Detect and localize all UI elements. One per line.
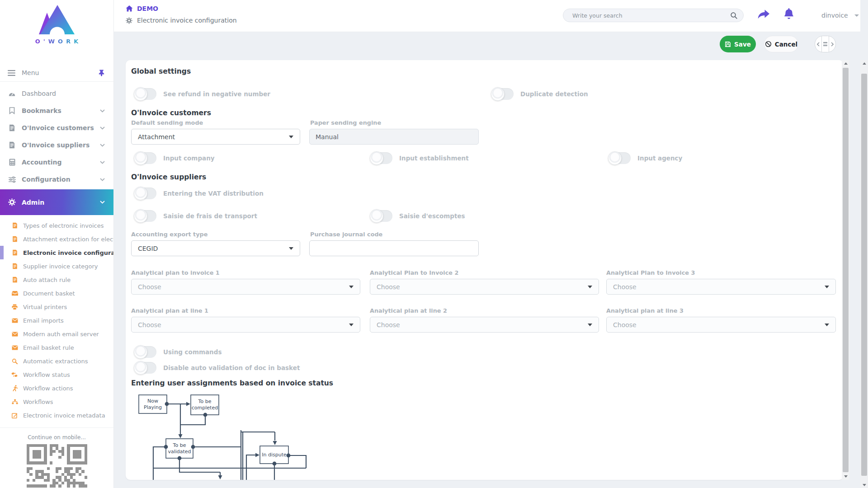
submenu-item-supplier-invoice-category[interactable]: Supplier invoice category xyxy=(0,259,113,273)
using-commands-toggle[interactable] xyxy=(135,346,156,358)
workflow-node-now-playing[interactable]: Now Playing xyxy=(139,395,167,413)
scroll-up-arrow[interactable] xyxy=(863,62,866,65)
sidebar-item-admin[interactable]: Admin xyxy=(0,189,113,215)
submenu-item-email-basket-rule[interactable]: Email basket rule xyxy=(0,341,113,354)
submenu-item-electronic-invoice-configuration[interactable]: Electronic invoice configuration xyxy=(0,246,113,259)
sidebar-item-oinvoice-customers[interactable]: O'Invoice customers xyxy=(0,119,113,136)
submenu-item-email-imports[interactable]: Email imports xyxy=(0,314,113,327)
config-form-card: Global settings See refund in negative n… xyxy=(126,60,844,480)
save-button[interactable]: Save xyxy=(720,36,756,52)
pager-list-icon[interactable] xyxy=(821,36,829,52)
sidebar-item-configuration[interactable]: Configuration xyxy=(0,171,113,188)
card-scrollbar[interactable] xyxy=(842,60,849,480)
toggle-knob xyxy=(370,151,383,165)
workflow-node-in-dispute[interactable]: In dispute xyxy=(260,446,288,464)
user-name: dinvoice xyxy=(821,12,848,19)
sidebar-item-accounting[interactable]: Accounting xyxy=(0,154,113,171)
toggle-knob xyxy=(134,209,147,223)
toggle-label: Input agency xyxy=(637,155,682,162)
sidebar-item-dashboard[interactable]: Dashboard xyxy=(0,85,113,102)
purchase-journal-code-input[interactable] xyxy=(309,240,479,256)
pager-prev-icon[interactable] xyxy=(815,36,821,52)
magnifier-icon xyxy=(11,358,18,364)
default-sending-mode-select[interactable]: Attachment xyxy=(131,129,300,145)
calculator-icon xyxy=(8,159,16,166)
submenu-item-types-of-electronic-invoices[interactable]: Types of electronic invoices xyxy=(0,219,113,232)
sidebar-item-label: Dashboard xyxy=(22,90,105,97)
submenu-item-modern-auth-email-server[interactable]: Modern auth email server xyxy=(0,327,113,341)
envelope-icon xyxy=(11,318,18,323)
breadcrumb[interactable]: DEMO xyxy=(126,5,158,12)
toggle-label: See refund in negative number xyxy=(163,90,270,98)
edit-icon xyxy=(11,413,18,418)
page-title-row: Electronic invoice configuration xyxy=(126,17,237,24)
bell-icon[interactable] xyxy=(783,7,794,19)
toggle-row-using-commands: Using commands xyxy=(135,345,222,359)
workflow-diagram[interactable]: Now Playing To be completed To be valida… xyxy=(136,392,330,480)
workflow-node-to-be-completed[interactable]: To be completed xyxy=(191,395,219,415)
cancel-button[interactable]: Cancel xyxy=(764,36,798,52)
sidebar-item-bookmarks[interactable]: Bookmarks xyxy=(0,102,113,119)
page-scrollbar[interactable] xyxy=(860,60,868,488)
vat-distribution-toggle[interactable] xyxy=(135,188,156,199)
sliders-icon xyxy=(8,176,16,183)
pin-icon[interactable] xyxy=(99,70,104,76)
disable-auto-validation-toggle[interactable] xyxy=(135,362,156,374)
workflow-node-to-be-validated[interactable]: To be validated xyxy=(166,439,193,458)
submenu-item-workflow-actions[interactable]: Workflow actions xyxy=(0,381,113,395)
search-icon[interactable] xyxy=(730,12,738,19)
analytical-plan-invoice-2-select[interactable]: Choose xyxy=(370,279,599,295)
invoice-file-icon xyxy=(11,236,18,242)
submenu-item-automatic-extractions[interactable]: Automatic extractions xyxy=(0,354,113,368)
invoice-file-icon xyxy=(11,249,18,256)
duplicate-detection-toggle[interactable] xyxy=(492,88,514,100)
scroll-down-arrow[interactable] xyxy=(844,475,848,478)
input-establishment-toggle[interactable] xyxy=(371,152,392,164)
search-input[interactable] xyxy=(571,12,730,19)
pager-next-icon[interactable] xyxy=(829,36,835,52)
runner-icon xyxy=(11,385,18,391)
invoice-file-icon xyxy=(8,124,16,131)
see-refund-toggle[interactable] xyxy=(135,88,156,100)
submenu-item-label: Workflow actions xyxy=(23,385,73,392)
submenu-item-auto-attach-rule[interactable]: Auto attach rule xyxy=(0,273,113,286)
analytical-plan-invoice-1-select[interactable]: Choose xyxy=(131,279,360,295)
toggle-knob xyxy=(608,151,622,165)
select-value: Choose xyxy=(613,321,637,328)
analytical-plan-invoice-3-select[interactable]: Choose xyxy=(606,279,836,295)
invoice-file-icon xyxy=(11,222,18,229)
analytical-plan-line-3-select[interactable]: Choose xyxy=(606,317,836,333)
envelope-icon xyxy=(11,332,18,337)
gear-icon xyxy=(126,17,132,24)
scrollbar-thumb[interactable] xyxy=(843,68,849,472)
submenu-item-workflow-status[interactable]: Workflow status xyxy=(0,368,113,381)
analytical-plan-line-1-select[interactable]: Choose xyxy=(131,317,360,333)
select-value: Choose xyxy=(377,283,400,291)
escomptes-toggle[interactable] xyxy=(371,210,392,222)
search-bar xyxy=(563,9,744,22)
scroll-up-arrow[interactable] xyxy=(844,62,848,65)
field-label: Paper sending engine xyxy=(310,119,381,126)
input-agency-toggle[interactable] xyxy=(609,152,631,164)
paper-sending-engine-input[interactable] xyxy=(309,129,479,145)
share-icon[interactable] xyxy=(757,8,770,19)
user-menu[interactable]: dinvoice xyxy=(821,12,859,19)
scroll-down-arrow[interactable] xyxy=(863,484,866,486)
hamburger-icon[interactable] xyxy=(8,70,15,76)
input-company-toggle[interactable] xyxy=(135,152,156,164)
submenu-item-workflows[interactable]: Workflows xyxy=(0,395,113,408)
field-label: Purchase journal code xyxy=(310,231,382,238)
accounting-export-type-select[interactable]: CEGID xyxy=(131,240,300,256)
mobile-note: Continue on mobile... xyxy=(0,434,113,441)
invoice-file-icon xyxy=(11,277,18,283)
sidebar-item-oinvoice-suppliers[interactable]: O'Invoice suppliers xyxy=(0,136,113,154)
save-label: Save xyxy=(734,41,751,48)
submenu-item-label: Workflow status xyxy=(23,371,70,378)
submenu-item-document-basket[interactable]: Document basket xyxy=(0,286,113,300)
submenu-item-virtual-printers[interactable]: Virtual printers xyxy=(0,300,113,314)
submenu-item-attachment-extraction[interactable]: Attachment extraction for electronic inv… xyxy=(0,232,113,246)
frais-transport-toggle[interactable] xyxy=(135,210,156,222)
scrollbar-thumb[interactable] xyxy=(861,74,867,476)
analytical-plan-line-2-select[interactable]: Choose xyxy=(370,317,599,333)
submenu-item-electronic-invoice-metadata[interactable]: Electronic invoice metadata xyxy=(0,408,113,422)
